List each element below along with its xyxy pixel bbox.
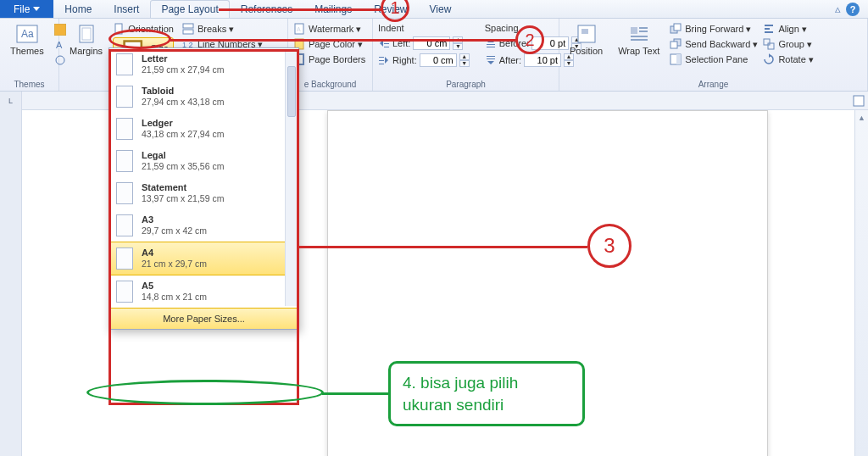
size-dim: 27,94 cm x 43,18 cm bbox=[142, 97, 224, 108]
tab-insert[interactable]: Insert bbox=[103, 0, 150, 18]
size-dim: 14,8 cm x 21 cm bbox=[142, 292, 207, 303]
position-icon bbox=[575, 24, 598, 44]
group-label: Paragraph bbox=[378, 78, 554, 89]
svg-text:Aa: Aa bbox=[21, 28, 34, 40]
svg-rect-34 bbox=[631, 36, 648, 37]
size-option-statement[interactable]: Statement13,97 cm x 21,59 cm bbox=[109, 177, 298, 209]
group-label: e Background bbox=[293, 78, 367, 89]
indent-right-input[interactable] bbox=[420, 53, 457, 67]
more-paper-sizes[interactable]: More Paper Sizes... bbox=[109, 308, 298, 329]
ruler-toggle-icon[interactable] bbox=[853, 95, 865, 107]
themes-button[interactable]: Aa Themes bbox=[5, 22, 49, 58]
margins-button[interactable]: Margins bbox=[64, 22, 108, 58]
rotate-icon bbox=[763, 53, 775, 65]
page-thumb-icon bbox=[116, 53, 133, 75]
align-icon bbox=[763, 23, 775, 35]
size-dropdown: Letter21,59 cm x 27,94 cmTabloid27,94 cm… bbox=[108, 47, 299, 330]
bring-forward-button[interactable]: Bring Forward ▾ bbox=[670, 22, 758, 36]
title-bar-right: ▵ ? bbox=[835, 0, 868, 18]
svg-rect-27 bbox=[487, 56, 495, 57]
indent-right-icon bbox=[378, 54, 390, 66]
svg-rect-44 bbox=[765, 31, 773, 33]
svg-rect-39 bbox=[670, 42, 677, 48]
size-option-tabloid[interactable]: Tabloid27,94 cm x 43,18 cm bbox=[109, 81, 298, 113]
tab-page-layout[interactable]: Page Layout bbox=[150, 0, 229, 18]
rotate-button[interactable]: Rotate ▾ bbox=[763, 53, 813, 66]
svg-rect-25 bbox=[487, 44, 495, 45]
size-option-a4[interactable]: A421 cm x 29,7 cm bbox=[109, 242, 298, 275]
svg-rect-31 bbox=[631, 27, 637, 34]
size-name: A5 bbox=[142, 281, 207, 292]
group-themes: Aa Themes A Themes bbox=[0, 19, 59, 91]
svg-text:A: A bbox=[297, 26, 301, 32]
group-paragraph: Indent Left: ▲▼ Right: ▲▼ Spacing bbox=[373, 19, 559, 91]
indent-label: Indent bbox=[378, 22, 470, 34]
watermark-button[interactable]: A Watermark ▾ bbox=[293, 22, 367, 36]
dropdown-scrollbar[interactable] bbox=[285, 49, 298, 306]
svg-rect-22 bbox=[379, 57, 384, 58]
size-name: Ledger bbox=[142, 118, 224, 129]
svg-rect-33 bbox=[639, 31, 648, 32]
page[interactable] bbox=[327, 110, 768, 456]
svg-rect-45 bbox=[764, 39, 770, 45]
size-option-a3[interactable]: A329,7 cm x 42 cm bbox=[109, 209, 298, 242]
annotation-line-1 bbox=[219, 8, 381, 11]
spin-up[interactable]: ▲ bbox=[459, 53, 470, 60]
spin-down[interactable]: ▼ bbox=[459, 60, 470, 67]
spacing-after-icon bbox=[485, 54, 497, 66]
align-button[interactable]: Align ▾ bbox=[763, 22, 813, 36]
page-borders-button[interactable]: Page Borders bbox=[293, 53, 367, 66]
size-dim: 21,59 cm x 27,94 cm bbox=[142, 64, 224, 75]
svg-rect-42 bbox=[765, 25, 773, 26]
spacing-after-input[interactable] bbox=[524, 53, 561, 67]
tab-view[interactable]: View bbox=[419, 0, 463, 18]
svg-rect-37 bbox=[674, 24, 681, 31]
orientation-button[interactable]: Orientation bbox=[113, 22, 174, 36]
svg-rect-47 bbox=[854, 96, 864, 106]
minimize-ribbon-icon[interactable]: ▵ bbox=[835, 3, 841, 15]
tab-file[interactable]: File bbox=[0, 0, 53, 18]
wrap-text-button[interactable]: Wrap Text bbox=[613, 22, 665, 58]
size-name: Legal bbox=[142, 150, 224, 161]
size-option-a5[interactable]: A514,8 cm x 21 cm bbox=[109, 275, 298, 308]
breaks-icon bbox=[182, 23, 194, 35]
group-button[interactable]: Group ▾ bbox=[763, 37, 813, 51]
breaks-button[interactable]: Breaks ▾ bbox=[182, 22, 264, 36]
ribbon-tabs: File Home Insert Page Layout References … bbox=[0, 0, 868, 19]
page-thumb-icon bbox=[116, 182, 133, 204]
svg-rect-24 bbox=[379, 64, 384, 64]
indent-right[interactable]: Right: ▲▼ bbox=[378, 53, 470, 68]
group-icon bbox=[763, 38, 775, 50]
svg-rect-32 bbox=[639, 27, 648, 29]
group-arrange: Position Wrap Text Bring Forward ▾ Send … bbox=[559, 19, 868, 91]
page-thumb-icon bbox=[116, 150, 133, 172]
help-icon[interactable]: ? bbox=[846, 3, 860, 16]
size-dim: 29,7 cm x 42 cm bbox=[142, 225, 207, 236]
size-dim: 21 cm x 29,7 cm bbox=[142, 259, 207, 270]
send-backward-button[interactable]: Send Backward ▾ bbox=[670, 37, 758, 51]
page-thumb-icon bbox=[116, 247, 133, 270]
svg-rect-28 bbox=[487, 58, 495, 59]
selection-pane-icon bbox=[670, 53, 682, 65]
svg-rect-20 bbox=[384, 43, 389, 44]
size-option-legal[interactable]: Legal21,59 cm x 35,56 cm bbox=[109, 145, 298, 177]
selection-pane-button[interactable]: Selection Pane bbox=[670, 53, 758, 66]
vertical-ruler[interactable] bbox=[0, 110, 22, 456]
vertical-scrollbar[interactable]: ▲ bbox=[854, 110, 868, 456]
spin-down[interactable]: ▼ bbox=[453, 43, 463, 50]
size-option-letter[interactable]: Letter21,59 cm x 27,94 cm bbox=[109, 48, 298, 81]
position-button[interactable]: Position bbox=[565, 22, 608, 58]
size-name: Letter bbox=[142, 53, 224, 64]
tab-file-label: File bbox=[14, 3, 30, 15]
annotation-line-2 bbox=[170, 39, 515, 42]
size-name: A4 bbox=[142, 247, 207, 259]
tab-home[interactable]: Home bbox=[53, 0, 103, 18]
indent-left[interactable]: Left: ▲▼ bbox=[378, 36, 470, 51]
size-option-ledger[interactable]: Ledger43,18 cm x 27,94 cm bbox=[109, 113, 298, 145]
tab-stop-indicator[interactable]: L bbox=[0, 92, 22, 110]
wrap-text-icon bbox=[627, 24, 651, 44]
svg-rect-21 bbox=[384, 47, 389, 47]
size-list: Letter21,59 cm x 27,94 cmTabloid27,94 cm… bbox=[109, 48, 298, 308]
orientation-icon bbox=[113, 23, 125, 35]
svg-rect-41 bbox=[676, 54, 681, 64]
